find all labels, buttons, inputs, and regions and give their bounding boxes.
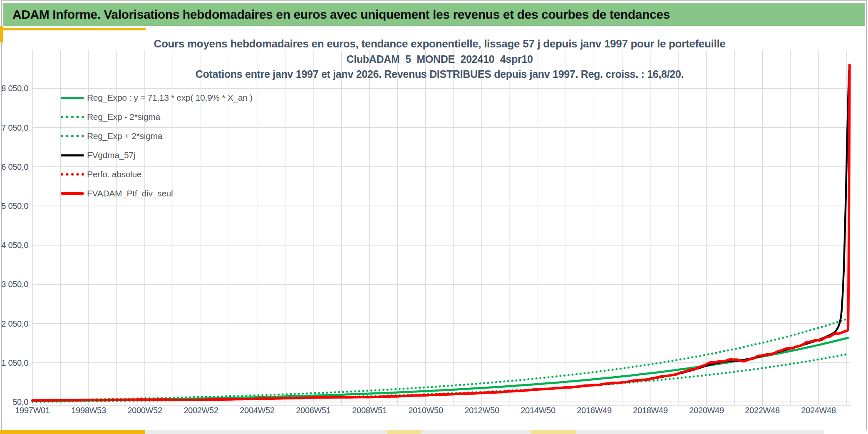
x-axis-tick-label: 2024W48 xyxy=(791,406,846,414)
pale-yellow-1 xyxy=(387,430,421,434)
x-axis-tick-label: 2000W52 xyxy=(117,406,173,414)
series-reg_expo-path xyxy=(32,338,848,401)
x-axis-tick-label: 2010W50 xyxy=(398,406,454,414)
x-axis-tick-label: 2014W50 xyxy=(510,406,566,414)
red-solid-line-icon xyxy=(61,192,84,195)
y-axis-tick-label: 7 050,0 xyxy=(0,124,28,132)
y-axis-tick-label: 4 050,0 xyxy=(0,241,28,249)
legend-item-reg-exp-plus-2sigma: Reg_Exp + 2*sigma xyxy=(61,126,253,146)
y-axis-tick-label: 3 050,0 xyxy=(0,280,28,288)
y-axis-tick-label: 1 050,0 xyxy=(0,359,28,367)
red-dotted-line-icon xyxy=(61,173,84,176)
legend-item-fvgdma-57j: FVgdma_57j xyxy=(61,146,253,165)
y-axis-tick-label: 5 050,0 xyxy=(0,202,28,210)
legend-label: Reg_Exp + 2*sigma xyxy=(87,131,162,141)
chart-title-line-3: Cotations entre janv 1997 et janv 2026. … xyxy=(32,69,847,79)
x-axis-tick-label: 2008W51 xyxy=(342,406,397,414)
legend-label: Reg_Exp - 2*sigma xyxy=(87,112,160,122)
x-axis-tick-label: 2018W49 xyxy=(622,406,678,414)
series-reg_exp_plus_2sigma-path xyxy=(32,319,848,400)
x-axis-tick-label: 2022W48 xyxy=(734,406,790,414)
chart-title-line-1: Cours moyens hebdomadaires en euros, ten… xyxy=(32,38,847,49)
y-axis-tick-label: 6 050,0 xyxy=(0,163,28,171)
chart-plot-area xyxy=(0,0,868,434)
footer-strip xyxy=(0,430,868,434)
x-axis-tick-label: 1997W01 xyxy=(5,406,60,414)
green-solid-line-icon xyxy=(61,97,84,99)
legend-label: FVADAM_Ptf_div_seul xyxy=(87,188,173,198)
gray-track xyxy=(145,430,824,434)
legend-item-fvadam-ptf-div-seul: FVADAM_Ptf_div_seul xyxy=(61,184,253,203)
gold-bar xyxy=(0,430,145,434)
x-axis-tick-label: 2016W49 xyxy=(566,406,622,414)
chart-legend: Reg_Expo : y = 71,13 * exp( 10,9% * X_an… xyxy=(61,88,253,203)
legend-label: FVgdma_57j xyxy=(87,150,135,160)
green-dotted-line-icon xyxy=(61,116,84,118)
x-axis-tick-label: 2020W49 xyxy=(679,406,734,414)
x-axis-tick-label: 2004W52 xyxy=(229,406,285,414)
x-axis-tick-label: 1998W53 xyxy=(61,406,117,414)
legend-item-reg-expo: Reg_Expo : y = 71,13 * exp( 10,9% * X_an… xyxy=(61,88,253,107)
y-axis-tick-label: 2 050,0 xyxy=(0,320,28,328)
green-dotted-line-icon xyxy=(61,135,84,137)
x-axis-tick-label: 2002W52 xyxy=(173,406,229,414)
legend-item-perfo-absolue: Perfo. absolue xyxy=(61,165,253,184)
y-axis-tick-label: 50,0 xyxy=(0,398,28,406)
page: ADAM Informe. Valorisations hebdomadaire… xyxy=(0,0,868,434)
x-axis-tick-label: 2006W51 xyxy=(285,406,341,414)
legend-label: Perfo. absolue xyxy=(87,169,141,179)
black-solid-line-icon xyxy=(61,154,84,156)
legend-label: Reg_Expo : y = 71,13 * exp( 10,9% * X_an… xyxy=(87,93,253,103)
legend-item-reg-exp-minus-2sigma: Reg_Exp - 2*sigma xyxy=(61,107,253,126)
x-axis-tick-label: 2012W50 xyxy=(454,406,510,414)
pale-yellow-2 xyxy=(531,430,576,434)
chart-title-line-2: ClubADAM_5_MONDE_202410_4spr10 xyxy=(32,54,847,64)
y-axis-tick-label: 8 050,0 xyxy=(0,84,28,92)
